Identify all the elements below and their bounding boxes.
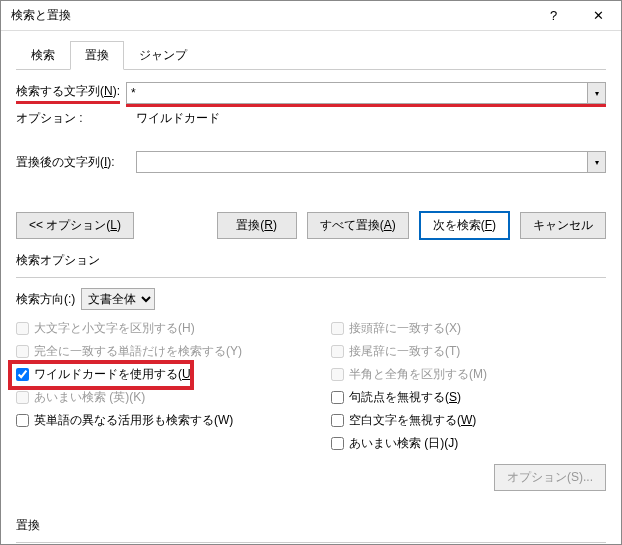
dialog-content: 検索 置換 ジャンプ 検索する文字列(N): ▾ オプション : ワイルドカード…: [1, 31, 621, 545]
fuzzy-options-button: オプション(S)...: [494, 464, 606, 491]
divider: [16, 277, 606, 278]
search-direction-row: 検索方向(:) 文書全体: [16, 288, 606, 310]
opt-wildcard[interactable]: ワイルドカードを使用する(U): [16, 366, 291, 383]
dialog-title: 検索と置換: [11, 7, 531, 24]
replace-button[interactable]: 置換(R): [217, 212, 297, 239]
find-input[interactable]: [126, 82, 588, 104]
opt-prefix-checkbox: [331, 322, 344, 335]
tabstrip: 検索 置換 ジャンプ: [16, 41, 606, 70]
replace-dropdown-icon[interactable]: ▾: [588, 151, 606, 173]
options-line: オプション : ワイルドカード: [16, 110, 606, 127]
opt-suffix: 接尾辞に一致する(T): [331, 343, 606, 360]
opt-match-case-checkbox: [16, 322, 29, 335]
tab-replace[interactable]: 置換: [70, 41, 124, 70]
close-button[interactable]: ✕: [576, 1, 621, 31]
opt-word-forms-checkbox[interactable]: [16, 414, 29, 427]
replace-section-title: 置換: [16, 517, 606, 534]
opt-fuzzy-jp[interactable]: あいまい検索 (日)(J): [331, 435, 606, 452]
opt-ignore-whitespace-checkbox[interactable]: [331, 414, 344, 427]
opt-whole-word-checkbox: [16, 345, 29, 358]
help-button[interactable]: ?: [531, 1, 576, 31]
divider-2: [16, 542, 606, 543]
opt-ignore-punct[interactable]: 句読点を無視する(S): [331, 389, 606, 406]
search-direction-select[interactable]: 文書全体: [81, 288, 155, 310]
opt-fuzzy-en: あいまい検索 (英)(K): [16, 389, 291, 406]
opt-ignore-punct-checkbox[interactable]: [331, 391, 344, 404]
tab-find[interactable]: 検索: [16, 41, 70, 70]
options-grid: 大文字と小文字を区別する(H) 完全に一致する単語だけを検索する(Y) ワイルド…: [16, 320, 606, 491]
search-options-title: 検索オプション: [16, 252, 606, 269]
find-replace-dialog: 検索と置換 ? ✕ 検索 置換 ジャンプ 検索する文字列(N): ▾ オプション…: [0, 0, 622, 545]
tab-jump[interactable]: ジャンプ: [124, 41, 202, 70]
options-left: 大文字と小文字を区別する(H) 完全に一致する単語だけを検索する(Y) ワイルド…: [16, 320, 291, 491]
search-direction-label: 検索方向(:): [16, 291, 75, 308]
chevron-down-icon: ▾: [595, 89, 599, 98]
options-value: ワイルドカード: [136, 110, 220, 127]
find-next-button[interactable]: 次を検索(F): [419, 211, 510, 240]
options-right: 接頭辞に一致する(X) 接尾辞に一致する(T) 半角と全角を区別する(M) 句読…: [331, 320, 606, 491]
cancel-button[interactable]: キャンセル: [520, 212, 606, 239]
titlebar: 検索と置換 ? ✕: [1, 1, 621, 31]
opt-prefix: 接頭辞に一致する(X): [331, 320, 606, 337]
opt-half-full: 半角と全角を区別する(M): [331, 366, 606, 383]
replace-row: 置換後の文字列(I): ▾: [16, 151, 606, 173]
replace-input[interactable]: [136, 151, 588, 173]
find-dropdown-icon[interactable]: ▾: [588, 82, 606, 104]
replace-label: 置換後の文字列(I):: [16, 154, 136, 171]
opt-half-full-checkbox: [331, 368, 344, 381]
opt-match-case: 大文字と小文字を区別する(H): [16, 320, 291, 337]
opt-word-forms[interactable]: 英単語の異なる活用形も検索する(W): [16, 412, 291, 429]
opt-fuzzy-en-checkbox: [16, 391, 29, 404]
find-label: 検索する文字列(N):: [16, 83, 120, 104]
opt-fuzzy-jp-checkbox[interactable]: [331, 437, 344, 450]
opt-wildcard-checkbox[interactable]: [16, 368, 29, 381]
less-options-button[interactable]: << オプション(L): [16, 212, 134, 239]
options-label: オプション :: [16, 110, 136, 127]
opt-whole-word: 完全に一致する単語だけを検索する(Y): [16, 343, 291, 360]
opt-ignore-whitespace[interactable]: 空白文字を無視する(W): [331, 412, 606, 429]
chevron-down-icon: ▾: [595, 158, 599, 167]
main-button-row: << オプション(L) 置換(R) すべて置換(A) 次を検索(F) キャンセル: [16, 191, 606, 240]
opt-suffix-checkbox: [331, 345, 344, 358]
find-row: 検索する文字列(N): ▾: [16, 82, 606, 104]
replace-all-button[interactable]: すべて置換(A): [307, 212, 409, 239]
